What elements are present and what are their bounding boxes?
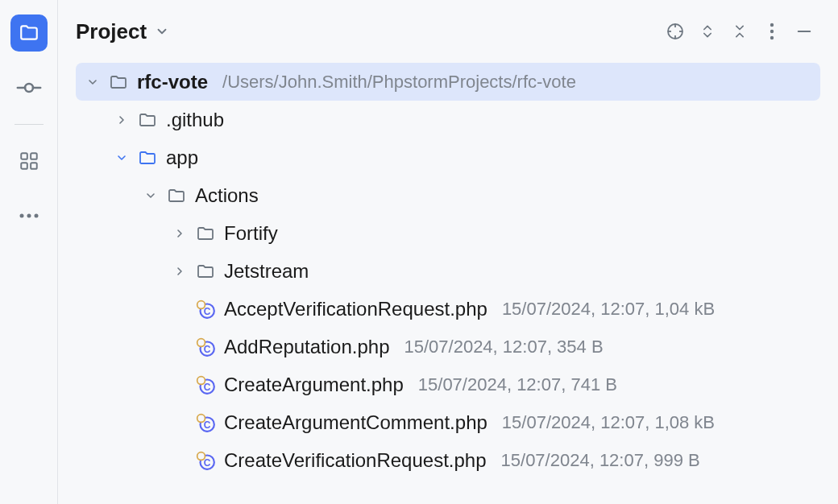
node-name: rfc-vote: [137, 71, 208, 93]
file-meta: 15/07/2024, 12:07, 1,08 kB: [502, 412, 715, 433]
tree-file-node[interactable]: C AddReputation.php 15/07/2024, 12:07, 3…: [76, 328, 820, 366]
collapse-all-button[interactable]: [724, 15, 756, 48]
file-name: AddReputation.php: [224, 336, 390, 358]
svg-point-15: [770, 23, 774, 27]
chevron-down-icon[interactable]: [143, 188, 158, 203]
tree-folder-node[interactable]: app: [76, 138, 820, 176]
php-class-icon: C: [195, 337, 216, 357]
tree-folder-node[interactable]: .github: [76, 101, 820, 138]
node-name: .github: [166, 109, 224, 131]
svg-point-16: [770, 30, 774, 33]
node-name: app: [166, 147, 198, 169]
chevron-down-icon[interactable]: [114, 151, 129, 165]
file-meta: 15/07/2024, 12:07, 999 B: [501, 450, 700, 471]
panel-header: Project: [58, 0, 838, 63]
node-name: Jetstream: [224, 260, 309, 283]
structure-tool-button[interactable]: [10, 143, 48, 180]
svg-point-30: [197, 414, 205, 422]
tree-file-node[interactable]: C CreateVerificationRequest.php 15/07/20…: [76, 441, 820, 479]
svg-point-27: [197, 376, 205, 384]
chevron-right-icon[interactable]: [172, 264, 187, 279]
panel-title: Project: [76, 19, 147, 44]
hide-panel-button[interactable]: [788, 15, 820, 48]
project-panel: Project: [58, 0, 838, 504]
file-name: CreateArgumentComment.php: [224, 411, 487, 434]
rail-divider: [15, 124, 44, 125]
file-name: AcceptVerificationRequest.php: [224, 298, 487, 320]
svg-rect-4: [31, 153, 37, 159]
node-name: Fortify: [224, 222, 278, 245]
panel-view-dropdown[interactable]: [155, 24, 169, 39]
tree-folder-node[interactable]: Fortify: [76, 214, 820, 252]
chevron-right-icon[interactable]: [172, 226, 187, 241]
chevron-down-icon[interactable]: [85, 75, 100, 89]
svg-rect-6: [31, 163, 37, 169]
node-path: /Users/John.Smith/PhpstormProjects/rfc-v…: [222, 72, 576, 93]
svg-point-8: [27, 214, 31, 218]
svg-rect-5: [21, 163, 27, 169]
php-class-icon: C: [195, 450, 216, 471]
svg-point-9: [34, 214, 38, 218]
node-name: Actions: [195, 184, 259, 207]
svg-point-33: [197, 452, 205, 460]
project-tool-button[interactable]: [10, 14, 48, 52]
panel-options-button[interactable]: [756, 15, 788, 48]
file-name: CreateVerificationRequest.php: [224, 449, 487, 472]
svg-point-21: [197, 300, 205, 308]
svg-point-24: [197, 338, 205, 346]
tree-file-node[interactable]: C CreateArgument.php 15/07/2024, 12:07, …: [76, 366, 820, 403]
php-class-icon: C: [195, 299, 216, 320]
tree-folder-node[interactable]: Actions: [76, 176, 820, 214]
more-tools-button[interactable]: [10, 197, 48, 234]
tree-folder-node[interactable]: Jetstream: [76, 252, 820, 290]
source-folder-icon: [137, 147, 158, 168]
file-name: CreateArgument.php: [224, 374, 404, 396]
php-class-icon: C: [195, 412, 216, 433]
left-rail: [0, 0, 58, 504]
tree-file-node[interactable]: C AcceptVerificationRequest.php 15/07/20…: [76, 290, 820, 328]
tree-root-node[interactable]: rfc-vote /Users/John.Smith/PhpstormProje…: [76, 63, 820, 101]
commit-tool-button[interactable]: [10, 69, 48, 106]
folder-icon: [137, 109, 158, 130]
svg-rect-3: [21, 153, 27, 159]
svg-point-17: [770, 36, 774, 39]
folder-icon: [166, 185, 187, 206]
tree-file-node[interactable]: C CreateArgumentComment.php 15/07/2024, …: [76, 403, 820, 441]
svg-point-0: [25, 84, 33, 92]
folder-icon: [195, 223, 216, 244]
file-meta: 15/07/2024, 12:07, 354 B: [404, 337, 604, 357]
expand-collapse-button[interactable]: [691, 15, 724, 48]
file-meta: 15/07/2024, 12:07, 741 B: [418, 374, 617, 395]
file-meta: 15/07/2024, 12:07, 1,04 kB: [502, 299, 715, 320]
svg-point-7: [19, 214, 23, 218]
project-tree: rfc-vote /Users/John.Smith/PhpstormProje…: [58, 63, 838, 479]
chevron-right-icon[interactable]: [114, 113, 129, 127]
select-opened-file-button[interactable]: [659, 15, 691, 48]
php-class-icon: C: [195, 374, 216, 395]
folder-icon: [108, 72, 129, 93]
folder-icon: [195, 261, 216, 282]
